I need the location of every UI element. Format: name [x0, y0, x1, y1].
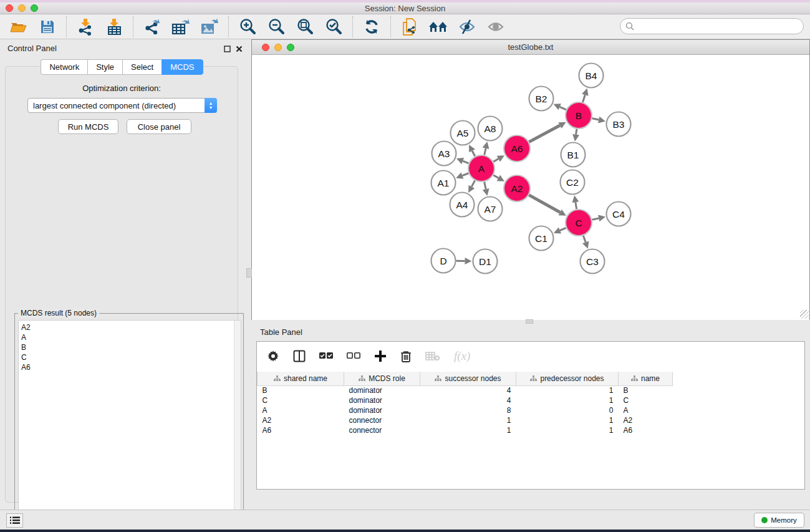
task-history-button[interactable] [6, 513, 23, 528]
cell-MCDS-role[interactable]: connector [344, 425, 420, 435]
hide-selected-button[interactable] [457, 17, 477, 36]
close-panel-button[interactable]: Close panel [127, 119, 191, 134]
edge-A2-C[interactable] [529, 195, 560, 213]
node-table-grid[interactable]: shared nameMCDS rolesuccessor nodesprede… [257, 372, 804, 435]
horizontal-split-handle[interactable] [526, 319, 533, 324]
table-row[interactable]: A6connector11A6 [258, 425, 673, 435]
cell-shared-name[interactable]: A2 [258, 415, 344, 425]
cell-shared-name[interactable]: C [258, 395, 344, 405]
edge-C-C2[interactable] [576, 202, 577, 209]
result-item[interactable]: A2 [21, 322, 241, 332]
optimization-criterion-dropdown[interactable]: largest connected component (directed) ▲… [27, 98, 217, 113]
cell-MCDS-role[interactable]: dominator [344, 405, 420, 415]
edge-A-A3[interactable] [463, 161, 468, 163]
edge-C-C1[interactable] [560, 228, 566, 230]
function-builder-button[interactable]: f(x) [454, 349, 470, 363]
export-table-button[interactable] [171, 17, 191, 36]
vertical-split-handle[interactable] [246, 268, 252, 278]
result-item[interactable]: C [21, 352, 241, 362]
tab-style[interactable]: Style [87, 59, 122, 75]
edge-A-A8[interactable] [485, 148, 486, 155]
export-network-button[interactable] [142, 17, 162, 36]
column-header-shared-name[interactable]: shared name [258, 372, 344, 385]
cell-successor-nodes[interactable]: 8 [420, 405, 516, 415]
edge-A-A5[interactable] [472, 151, 475, 157]
edge-C-C3[interactable] [583, 236, 586, 243]
open-session-button[interactable] [9, 17, 29, 36]
edge-A-A2[interactable] [493, 175, 498, 178]
close-panel-icon[interactable] [234, 44, 244, 54]
refresh-button[interactable] [362, 17, 382, 36]
show-all-button[interactable] [486, 17, 506, 36]
delete-table-button[interactable] [425, 351, 440, 361]
deselect-all-checkboxes-button[interactable] [347, 352, 360, 360]
table-row[interactable]: A2connector11A2 [258, 415, 673, 425]
network-window-titlebar[interactable]: testGlobe.txt [252, 40, 809, 55]
table-settings-button[interactable] [267, 350, 279, 362]
cell-predecessor-nodes[interactable]: 1 [516, 415, 619, 425]
cell-shared-name[interactable]: A [258, 405, 344, 415]
result-list-scrollbar[interactable] [234, 321, 241, 523]
zoom-fit-button[interactable] [295, 17, 315, 36]
mcds-result-list[interactable]: A2ABCA6 [18, 320, 241, 524]
cell-name[interactable]: A2 [619, 415, 673, 425]
edge-A-A6[interactable] [493, 159, 498, 162]
edge-C-C4[interactable] [592, 218, 599, 220]
edge-A-A7[interactable] [485, 182, 486, 190]
tab-select[interactable]: Select [122, 59, 162, 75]
search-input[interactable] [634, 22, 803, 31]
zoom-selected-button[interactable] [324, 17, 344, 36]
cell-predecessor-nodes[interactable]: 1 [516, 425, 619, 435]
cell-shared-name[interactable]: B [258, 385, 344, 395]
zoom-out-button[interactable] [266, 17, 286, 36]
run-mcds-button[interactable]: Run MCDS [58, 119, 118, 134]
column-header-MCDS-role[interactable]: MCDS role [344, 372, 420, 385]
float-panel-icon[interactable] [222, 44, 232, 54]
export-image-button[interactable] [200, 17, 219, 36]
import-network-button[interactable] [75, 17, 95, 36]
result-item[interactable]: B [21, 342, 241, 352]
cell-successor-nodes[interactable]: 1 [420, 425, 516, 435]
cell-name[interactable]: C [619, 395, 673, 405]
cell-name[interactable]: B [619, 385, 673, 395]
cell-MCDS-role[interactable]: dominator [344, 385, 420, 395]
zoom-in-button[interactable] [238, 17, 258, 36]
edge-B-B1[interactable] [576, 129, 577, 135]
tab-mcds[interactable]: MCDS [162, 59, 203, 75]
network-canvas[interactable]: B4B2BB3A5A8A6A3B1AA1C2A2A4A7C4CC1C3DD1 [252, 56, 809, 320]
cell-successor-nodes[interactable]: 4 [420, 395, 516, 405]
cell-MCDS-role[interactable]: dominator [344, 395, 420, 405]
select-all-checkboxes-button[interactable] [319, 352, 333, 360]
window-resize-grip[interactable] [800, 310, 809, 319]
table-row[interactable]: Cdominator41C [258, 395, 673, 405]
cell-successor-nodes[interactable]: 4 [420, 385, 516, 395]
edge-A-A4[interactable] [471, 180, 475, 186]
cell-MCDS-role[interactable]: connector [344, 415, 420, 425]
cell-predecessor-nodes[interactable]: 0 [516, 405, 619, 415]
table-row[interactable]: Bdominator41B [258, 385, 673, 395]
memory-button[interactable]: Memory [754, 513, 804, 528]
cell-name[interactable]: A6 [619, 425, 673, 435]
cell-successor-nodes[interactable]: 1 [420, 415, 516, 425]
delete-column-button[interactable] [400, 350, 412, 362]
first-neighbors-button[interactable] [428, 17, 448, 36]
save-session-button[interactable] [37, 17, 57, 36]
cell-predecessor-nodes[interactable]: 1 [516, 385, 619, 395]
search-field[interactable] [620, 18, 804, 34]
edge-B-B3[interactable] [592, 118, 599, 120]
new-network-from-selection-button[interactable] [400, 17, 420, 36]
column-layout-button[interactable] [293, 350, 306, 362]
result-item[interactable]: A6 [21, 362, 241, 372]
tab-network[interactable]: Network [41, 59, 87, 75]
cell-predecessor-nodes[interactable]: 1 [516, 395, 619, 405]
column-header-predecessor-nodes[interactable]: predecessor nodes [516, 372, 619, 385]
cell-shared-name[interactable]: A6 [258, 425, 344, 435]
table-row[interactable]: Adominator80A [258, 405, 673, 415]
column-header-name[interactable]: name [619, 372, 673, 385]
edge-A6-B[interactable] [529, 125, 560, 142]
edge-A-A1[interactable] [462, 173, 468, 176]
result-item[interactable]: A [21, 332, 241, 342]
import-table-button[interactable] [104, 17, 124, 36]
cell-name[interactable]: A [619, 405, 673, 415]
network-graph[interactable]: B4B2BB3A5A8A6A3B1AA1C2A2A4A7C4CC1C3DD1 [252, 56, 809, 320]
